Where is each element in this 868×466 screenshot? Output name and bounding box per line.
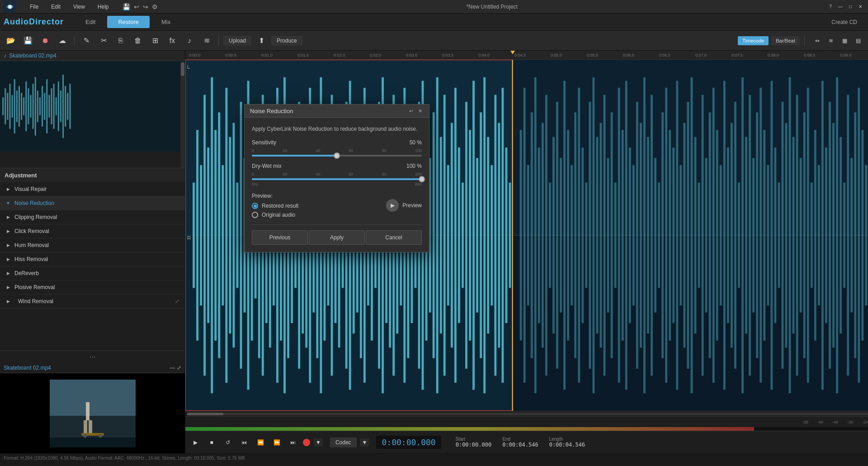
db-bottom-label: dB — [803, 420, 808, 424]
minimize-video-btn[interactable]: — — [170, 365, 175, 371]
db-scale-bottom: dB -60 -48 -36 -24 -12 0 — [185, 416, 868, 427]
rec-dropdown[interactable]: ▼ — [314, 438, 323, 447]
sensitivity-fill — [252, 155, 337, 157]
skip-end-btn[interactable]: ⏭ — [287, 436, 299, 449]
expand-video-btn[interactable]: ⤢ — [177, 365, 181, 371]
tab-mix[interactable]: Mix — [151, 16, 181, 28]
play-btn[interactable]: ▶ — [189, 436, 202, 449]
expand-icon[interactable]: ⤢ — [175, 298, 179, 304]
ruler-mark: 0:09.0 — [840, 53, 868, 57]
svg-rect-201 — [745, 137, 747, 334]
minimize-btn[interactable]: — — [836, 3, 844, 11]
adj-hum-removal[interactable]: ▶ Hum Removal — [0, 238, 185, 252]
step-forward-btn[interactable]: ⏩ — [270, 436, 283, 449]
edit-icon[interactable]: ✎ — [79, 33, 94, 48]
record-icon[interactable]: ⏺ — [38, 33, 52, 48]
svg-rect-231 — [854, 112, 856, 358]
svg-rect-158 — [589, 102, 591, 369]
radio-original[interactable]: Original audio — [252, 212, 298, 218]
save-icon[interactable]: 💾 — [123, 3, 130, 10]
produce-btn[interactable]: Produce — [271, 36, 302, 46]
preview-btn[interactable]: Preview — [402, 202, 422, 209]
menu-view[interactable]: View — [71, 3, 88, 11]
drywet-fill — [252, 178, 422, 180]
adj-clipping-removal[interactable]: ▶ Clipping Removal — [0, 210, 185, 224]
dots-icon: ··· — [90, 353, 95, 361]
radio-restored[interactable]: Restored result — [252, 203, 298, 209]
copy-icon[interactable]: ⎘ — [113, 33, 128, 48]
redo-icon[interactable]: ↪ — [143, 3, 148, 10]
stop-btn[interactable]: ■ — [205, 436, 218, 449]
cloud-icon[interactable]: ☁ — [55, 33, 70, 48]
ruler-20: 20 — [283, 172, 287, 176]
svg-rect-182 — [676, 81, 678, 390]
upload-btn[interactable]: Upload — [223, 36, 251, 46]
step-back-btn[interactable]: ⏪ — [254, 436, 267, 449]
trim-icon[interactable]: ✂ — [96, 33, 111, 48]
scrollbar-track[interactable] — [187, 413, 868, 415]
rewind-btn[interactable]: ⏮ — [238, 436, 250, 449]
adj-plosive-removal[interactable]: ▶ Plosive Removal — [0, 281, 185, 295]
svg-rect-162 — [604, 95, 606, 376]
noise-reduction-dialog[interactable]: Noise Reduction ↩ ✕ Apply CyberLink Nois… — [244, 104, 429, 252]
barbeat-btn[interactable]: Bar/Beat — [771, 36, 800, 45]
svg-rect-157 — [585, 183, 587, 288]
horizontal-scrollbar[interactable] — [185, 411, 868, 416]
maximize-btn[interactable]: □ — [846, 3, 854, 11]
tab-restore[interactable]: Restore — [107, 16, 150, 28]
db-bottom-label: -24 — [862, 420, 868, 424]
codec-dropdown[interactable]: ▼ — [360, 438, 369, 447]
timecode-display: 0:00:00.000 — [376, 436, 441, 449]
mark-icon[interactable]: ⊞ — [148, 33, 162, 48]
adj-noise-reduction[interactable]: ▼ Noise Reduction — [0, 196, 185, 210]
preview-play-icon[interactable]: ▶ — [386, 199, 399, 212]
create-cd-btn[interactable]: Create CD — [824, 16, 864, 28]
close-btn[interactable]: ✕ — [856, 3, 864, 11]
dialog-back-btn[interactable]: ↩ — [407, 107, 415, 114]
record-button[interactable] — [303, 439, 310, 446]
export-icon[interactable]: ⬆ — [254, 33, 269, 48]
menu-file[interactable]: File — [27, 3, 41, 11]
timecode-btn[interactable]: Timecode — [738, 36, 769, 45]
settings-icon[interactable]: ⚙ — [152, 3, 158, 10]
save-file-icon[interactable]: 💾 — [21, 33, 35, 48]
scrollbar-thumb[interactable] — [181, 62, 184, 76]
apply-btn[interactable]: Apply — [309, 230, 365, 245]
sensitivity-thumb[interactable] — [334, 152, 340, 159]
waveform-view-icon[interactable]: ≋ — [825, 34, 837, 47]
sensitivity-track[interactable] — [252, 155, 422, 157]
dialog-close-btn[interactable]: ✕ — [416, 107, 424, 114]
undo-icon[interactable]: ↩ — [134, 3, 139, 10]
codec-btn[interactable]: Codec — [330, 437, 357, 447]
svg-rect-218 — [807, 88, 809, 383]
tab-edit[interactable]: Edit — [75, 16, 106, 28]
zoom-to-fit-icon[interactable]: ⇔ — [811, 34, 824, 47]
adj-visual-repair[interactable]: ▶ Visual Repair — [0, 182, 185, 196]
normalize-icon[interactable]: ≋ — [199, 33, 214, 48]
menu-help[interactable]: Help — [95, 3, 112, 11]
sensitivity-label: Sensitivity — [252, 139, 276, 146]
svg-rect-216 — [800, 158, 802, 312]
drywet-track[interactable] — [252, 178, 422, 180]
effects-icon[interactable]: fx — [165, 33, 179, 48]
loop-btn[interactable]: ↺ — [222, 436, 234, 449]
timeline-ruler: 0:00.0 0:00.5 0:01.0 0:01.5 0:02.0 0:02.… — [185, 51, 868, 60]
ruler-mark: 0:06.0 — [623, 53, 659, 57]
spectrum-view-icon[interactable]: ▦ — [838, 34, 851, 47]
adj-click-removal[interactable]: ▶ Click Removal — [0, 224, 185, 238]
scrollbar-thumb[interactable] — [187, 413, 223, 415]
cancel-btn[interactable]: Cancel — [366, 230, 422, 245]
open-file-icon[interactable]: 📂 — [4, 33, 18, 48]
help-btn[interactable]: ? — [826, 3, 835, 11]
svg-rect-129 — [476, 158, 478, 312]
delete-icon[interactable]: 🗑 — [131, 33, 145, 48]
adj-dereverb[interactable]: ▶ DeReverb — [0, 266, 185, 281]
both-view-icon[interactable]: ▤ — [852, 34, 864, 47]
adj-hiss-removal[interactable]: ▶ Hiss Removal — [0, 252, 185, 266]
drywet-thumb[interactable] — [419, 176, 425, 182]
vertical-scrollbar[interactable] — [180, 62, 185, 168]
mix-icon[interactable]: ♪ — [182, 33, 197, 48]
menu-edit[interactable]: Edit — [48, 3, 63, 11]
previous-btn[interactable]: Previous — [252, 230, 308, 245]
adj-wind-removal[interactable]: ▶ Wind Removal ⤢ — [0, 295, 185, 309]
